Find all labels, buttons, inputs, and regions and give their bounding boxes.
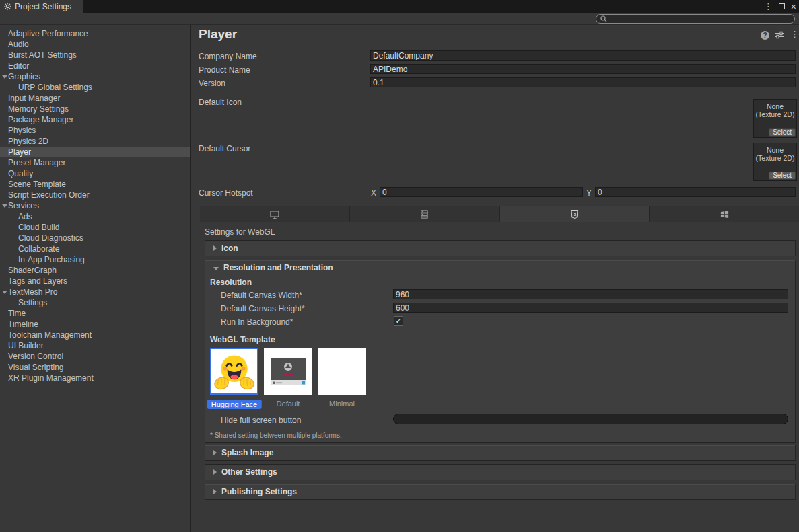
sidebar-item-toolchain-management[interactable]: Toolchain Management bbox=[0, 330, 190, 340]
sidebar-item-label: Input Manager bbox=[8, 93, 60, 103]
sidebar-item-timeline[interactable]: Timeline bbox=[0, 319, 190, 330]
section-other-settings-header[interactable]: Other Settings bbox=[205, 465, 795, 480]
sidebar-item-physics-2d[interactable]: Physics 2D bbox=[0, 136, 190, 147]
sidebar-item-label: Audio bbox=[8, 40, 29, 49]
default-icon-label: Default Icon bbox=[199, 98, 242, 107]
foldout-collapsed-icon bbox=[213, 450, 217, 455]
version-field[interactable] bbox=[370, 77, 796, 87]
sidebar-item-label: Burst AOT Settings bbox=[8, 50, 77, 60]
sidebar-item-visual-scripting[interactable]: Visual Scripting bbox=[0, 362, 190, 373]
sidebar-item-ads[interactable]: Ads bbox=[0, 211, 190, 222]
default-cursor-select-button[interactable]: Select bbox=[769, 172, 796, 180]
panel-menu-icon[interactable]: ⋮ bbox=[790, 30, 799, 38]
template-label-hugging-face[interactable]: Hugging Face bbox=[207, 400, 262, 409]
sidebar-item-ui-builder[interactable]: UI Builder bbox=[0, 340, 190, 351]
sidebar-item-textmesh-pro-settings[interactable]: Settings bbox=[0, 297, 190, 308]
tab-webgl[interactable]: 5 bbox=[500, 206, 650, 222]
page-title: Player bbox=[199, 27, 237, 42]
search-box[interactable] bbox=[596, 14, 795, 24]
hotspot-y-field[interactable] bbox=[595, 187, 796, 197]
sidebar-item-in-app-purchasing[interactable]: In-App Purchasing bbox=[0, 254, 190, 265]
tab-windows-store[interactable] bbox=[650, 206, 799, 222]
template-thumb-hugging-face[interactable] bbox=[210, 348, 258, 395]
template-label-minimal[interactable]: Minimal bbox=[329, 400, 355, 408]
section-splash-image: Splash Image bbox=[205, 445, 796, 461]
sidebar-item-script-execution-order[interactable]: Script Execution Order bbox=[0, 190, 190, 200]
default-icon-texture-well[interactable]: None (Texture 2D) Select bbox=[753, 99, 797, 138]
template-thumb-minimal[interactable] bbox=[318, 348, 366, 395]
search-input[interactable] bbox=[608, 15, 794, 23]
hide-full-screen-field[interactable] bbox=[393, 414, 788, 424]
sidebar-item-textmesh-pro[interactable]: TextMesh Pro bbox=[0, 287, 190, 297]
sidebar-item-label: Ads bbox=[18, 212, 32, 221]
section-resolution-presentation: Resolution and Presentation Resolution D… bbox=[205, 260, 796, 443]
section-icon-header[interactable]: Icon bbox=[205, 241, 795, 256]
template-label-default[interactable]: Default bbox=[277, 400, 300, 408]
section-title: Publishing Settings bbox=[221, 487, 297, 496]
sidebar-item-player[interactable]: Player bbox=[0, 147, 190, 157]
company-name-field[interactable] bbox=[370, 50, 796, 61]
sidebar-item-label: Services bbox=[8, 201, 39, 211]
sidebar-item-time[interactable]: Time bbox=[0, 308, 190, 319]
sidebar-item-label: Graphics bbox=[8, 72, 40, 81]
sidebar-item-xr-plugin-management[interactable]: XR Plugin Management bbox=[0, 373, 190, 383]
sidebar-item-label: Quality bbox=[8, 169, 33, 178]
sidebar-item-audio[interactable]: Audio bbox=[0, 39, 190, 50]
tab-standalone[interactable] bbox=[200, 206, 350, 222]
product-name-field[interactable] bbox=[370, 64, 796, 74]
sidebar-item-graphics[interactable]: Graphics bbox=[0, 71, 190, 82]
sidebar-item-label: Toolchain Management bbox=[8, 330, 92, 340]
sidebar-item-urp-global-settings[interactable]: URP Global Settings bbox=[0, 82, 190, 93]
sidebar-item-memory-settings[interactable]: Memory Settings bbox=[0, 104, 190, 114]
project-settings-window-tab[interactable]: Project Settings bbox=[0, 0, 83, 13]
section-resolution-header[interactable]: Resolution and Presentation bbox=[205, 260, 795, 275]
foldout-expanded-icon[interactable] bbox=[2, 204, 7, 208]
sidebar-item-quality[interactable]: Quality bbox=[0, 168, 190, 179]
sidebar-item-preset-manager[interactable]: Preset Manager bbox=[0, 157, 190, 168]
sidebar-item-adaptive-performance[interactable]: Adaptive Performance bbox=[0, 28, 190, 39]
tab-dedicated-server[interactable] bbox=[350, 206, 500, 222]
sidebar-item-physics[interactable]: Physics bbox=[0, 125, 190, 136]
maximize-button[interactable] bbox=[779, 3, 785, 9]
resolution-subheader: Resolution bbox=[210, 278, 252, 287]
sidebar-item-label: ShaderGraph bbox=[8, 266, 57, 275]
presets-icon[interactable] bbox=[775, 30, 784, 40]
sidebar-item-collaborate[interactable]: Collaborate bbox=[0, 243, 190, 254]
sidebar-item-label: Preset Manager bbox=[8, 158, 65, 167]
server-icon bbox=[419, 209, 429, 219]
section-publishing-settings-header[interactable]: Publishing Settings bbox=[205, 484, 795, 499]
sidebar-item-cloud-build[interactable]: Cloud Build bbox=[0, 222, 190, 233]
close-button[interactable]: × bbox=[791, 2, 796, 11]
sidebar-item-input-manager[interactable]: Input Manager bbox=[0, 93, 190, 104]
hotspot-x-label: X bbox=[371, 188, 376, 198]
default-icon-select-button[interactable]: Select bbox=[769, 128, 796, 137]
default-canvas-height-field[interactable] bbox=[393, 303, 788, 313]
help-icon[interactable]: ? bbox=[761, 31, 769, 40]
sidebar-item-cloud-diagnostics[interactable]: Cloud Diagnostics bbox=[0, 233, 190, 243]
settings-category-sidebar: Adaptive Performance Audio Burst AOT Set… bbox=[0, 25, 191, 532]
hotspot-x-field[interactable] bbox=[380, 187, 583, 197]
default-cursor-label: Default Cursor bbox=[199, 144, 250, 153]
sidebar-item-label: Collaborate bbox=[18, 244, 59, 254]
sidebar-item-services[interactable]: Services bbox=[0, 200, 190, 211]
default-canvas-width-field[interactable] bbox=[393, 289, 788, 299]
section-icon: Icon bbox=[205, 240, 796, 256]
sidebar-item-burst-aot-settings[interactable]: Burst AOT Settings bbox=[0, 50, 190, 61]
foldout-expanded-icon[interactable] bbox=[2, 75, 7, 79]
sidebar-item-scene-template[interactable]: Scene Template bbox=[0, 179, 190, 190]
default-cursor-texture-well[interactable]: None (Texture 2D) Select bbox=[753, 143, 797, 181]
window-titlebar: Project Settings ⋮ × bbox=[0, 0, 799, 13]
player-settings-panel: Player ? ⋮ Company Name Product Name Ver… bbox=[191, 25, 799, 532]
section-other-settings: Other Settings bbox=[205, 464, 796, 480]
sidebar-item-tags-and-layers[interactable]: Tags and Layers bbox=[0, 276, 190, 287]
sidebar-item-label: TextMesh Pro bbox=[8, 287, 57, 297]
template-thumb-default[interactable] bbox=[264, 348, 312, 395]
window-menu-button[interactable]: ⋮ bbox=[764, 2, 773, 11]
sidebar-item-package-manager[interactable]: Package Manager bbox=[0, 114, 190, 125]
run-in-background-checkbox[interactable]: ✓ bbox=[394, 316, 403, 326]
sidebar-item-shadergraph[interactable]: ShaderGraph bbox=[0, 265, 190, 276]
section-splash-image-header[interactable]: Splash Image bbox=[205, 445, 795, 460]
sidebar-item-editor[interactable]: Editor bbox=[0, 61, 190, 71]
foldout-expanded-icon[interactable] bbox=[2, 291, 7, 294]
sidebar-item-version-control[interactable]: Version Control bbox=[0, 351, 190, 362]
